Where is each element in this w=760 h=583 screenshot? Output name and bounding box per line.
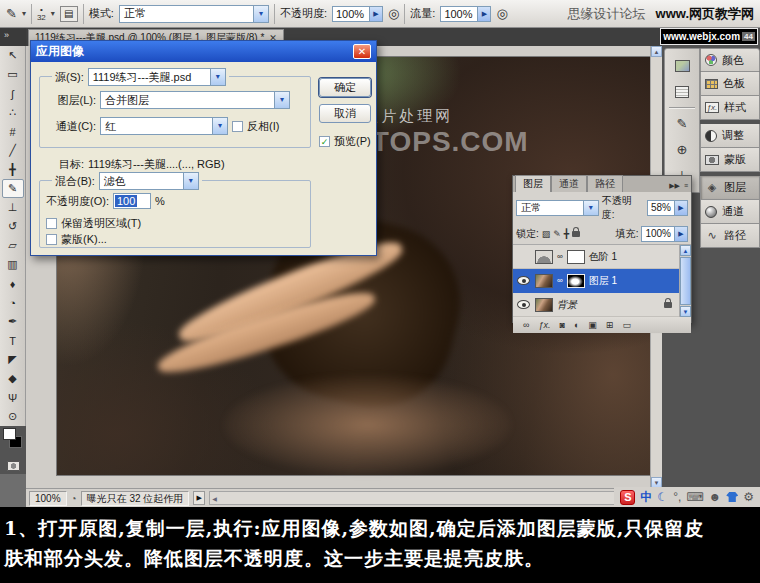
visibility-cell[interactable]: [515, 276, 531, 285]
source-select[interactable]: 1119练习---美腿.psd ▾: [88, 68, 226, 86]
blur-tool[interactable]: ♦: [2, 274, 24, 293]
mask-checkbox[interactable]: [46, 234, 57, 245]
lock-all-icon[interactable]: [572, 231, 580, 237]
preview-checkbox[interactable]: ✓: [319, 136, 330, 147]
opacity-combo[interactable]: 100% ▶: [332, 6, 383, 22]
tool-preset-caret-icon[interactable]: ▾: [22, 9, 26, 18]
invert-checkbox[interactable]: [232, 121, 243, 132]
panel-button-styles[interactable]: ƒx. 样式: [700, 96, 760, 120]
layer-name[interactable]: 背景: [557, 298, 577, 312]
zoom-tool[interactable]: ⊙: [2, 407, 24, 426]
settings-wrench-icon[interactable]: ⚙: [743, 490, 754, 504]
quick-mask-button[interactable]: [0, 458, 26, 474]
mode-select[interactable]: 正常 ▾: [119, 5, 269, 23]
layer-row-levels[interactable]: ∞ 色阶 1: [513, 245, 680, 269]
dodge-tool[interactable]: ◔: [2, 293, 24, 312]
chevron-down-icon[interactable]: ▾: [210, 69, 225, 85]
status-menu-button[interactable]: ▶: [193, 491, 205, 505]
layer-row-background[interactable]: 背景: [513, 293, 680, 317]
scroll-up-icon[interactable]: ▲: [651, 46, 662, 57]
fill-combo[interactable]: 100% ▶: [641, 226, 688, 242]
chinese-mode-icon[interactable]: 中: [640, 489, 652, 506]
panel-button-masks[interactable]: 蒙版: [700, 148, 760, 172]
clone-source-panel-icon[interactable]: ⊕: [665, 136, 699, 162]
crop-tool[interactable]: #: [2, 122, 24, 141]
dialog-opacity-input[interactable]: 100: [113, 193, 151, 209]
chevron-down-icon[interactable]: ▾: [583, 201, 598, 215]
layer-thumbnail[interactable]: [535, 274, 553, 288]
toggle-brushes-panel-button[interactable]: ▤: [60, 6, 78, 22]
spinner-icon[interactable]: ▶: [675, 226, 688, 242]
spinner-icon[interactable]: ▶: [370, 6, 383, 22]
ok-button[interactable]: 确定: [319, 78, 371, 97]
panel-menu-icon[interactable]: ≡: [684, 182, 688, 190]
layer-opacity-combo[interactable]: 58% ▶: [647, 200, 688, 216]
scroll-left-icon[interactable]: ◀: [212, 495, 217, 502]
panel-button-color[interactable]: 颜色: [700, 48, 760, 72]
punctuation-icon[interactable]: °,: [673, 490, 681, 504]
lock-paint-icon[interactable]: ✎: [553, 229, 561, 239]
chevron-down-icon[interactable]: ▾: [253, 6, 268, 22]
channel-select[interactable]: 红 ▾: [100, 117, 228, 135]
tab-channels[interactable]: 通道: [551, 175, 587, 192]
panel-button-paths[interactable]: ∿ 路径: [700, 224, 760, 248]
layer-name[interactable]: 图层 1: [589, 274, 617, 288]
brush-preset-picker[interactable]: • 32: [37, 6, 46, 22]
toolbar-collapse-button[interactable]: »: [0, 28, 26, 46]
scrollbar-thumb[interactable]: [680, 257, 691, 305]
pen-tool[interactable]: ✒: [2, 312, 24, 331]
lock-position-icon[interactable]: ╋: [564, 229, 569, 239]
hand-tool[interactable]: Ψ: [2, 388, 24, 407]
history-brush-tool[interactable]: ↺: [2, 217, 24, 236]
tab-layers[interactable]: 图层: [515, 175, 551, 192]
path-selection-tool[interactable]: ◤: [2, 350, 24, 369]
canvas-horizontal-scrollbar[interactable]: ◀: [209, 491, 659, 505]
soft-keyboard-icon[interactable]: ⌨: [686, 490, 703, 504]
preserve-transparency-checkbox[interactable]: [46, 218, 57, 229]
spinner-icon[interactable]: ▶: [675, 200, 688, 216]
brush-presets-panel-icon[interactable]: ✎: [665, 110, 699, 136]
panel-collapse-icon[interactable]: ▶▶: [669, 182, 680, 190]
delete-layer-icon[interactable]: ▭: [622, 320, 631, 330]
sogou-icon[interactable]: S: [620, 490, 635, 505]
lasso-tool[interactable]: ʃ: [2, 84, 24, 103]
layer-select[interactable]: 合并图层 ▾: [100, 91, 290, 109]
eraser-tool[interactable]: ▱: [2, 236, 24, 255]
move-tool[interactable]: ↖: [2, 46, 24, 65]
chevron-down-icon[interactable]: ▾: [274, 92, 289, 108]
layer-row-layer1[interactable]: ∞ 图层 1: [513, 269, 680, 293]
add-mask-icon[interactable]: ◙: [559, 320, 564, 330]
layers-scrollbar[interactable]: ▲ ▼: [679, 245, 691, 317]
adjustment-layer-icon[interactable]: ◐: [574, 320, 579, 330]
spinner-icon[interactable]: ▶: [478, 6, 491, 22]
skin-icon[interactable]: [726, 492, 738, 502]
type-tool[interactable]: T: [2, 331, 24, 350]
flow-combo[interactable]: 100% ▶: [440, 6, 491, 22]
chevron-down-icon[interactable]: ▾: [212, 118, 227, 134]
layer-thumbnail[interactable]: [535, 298, 553, 312]
custom-shape-tool[interactable]: ◆: [2, 369, 24, 388]
history-panel-icon[interactable]: [665, 79, 699, 105]
scroll-down-icon[interactable]: ▼: [680, 306, 691, 317]
airbrush-mode-icon[interactable]: ◎: [496, 6, 507, 21]
clone-stamp-tool[interactable]: ⊥: [2, 198, 24, 217]
scroll-up-icon[interactable]: ▲: [680, 245, 691, 256]
panel-button-adjustments[interactable]: 调整: [700, 124, 760, 148]
eyedropper-tool[interactable]: ╱: [2, 141, 24, 160]
fullwidth-moon-icon[interactable]: ☾: [657, 490, 668, 504]
user-icon[interactable]: ☻: [709, 490, 722, 504]
brush-preset-caret-icon[interactable]: ▾: [51, 9, 55, 18]
spot-healing-tool[interactable]: ╋: [2, 160, 24, 179]
dialog-close-button[interactable]: ✕: [353, 44, 371, 59]
eye-icon[interactable]: [517, 276, 530, 285]
brush-tool[interactable]: ✎: [2, 179, 24, 198]
panel-button-swatches[interactable]: 色板: [700, 72, 760, 96]
lock-transparency-icon[interactable]: ▨: [542, 229, 551, 239]
quick-selection-tool[interactable]: ∴: [2, 103, 24, 122]
adjustment-thumbnail[interactable]: [535, 250, 553, 264]
panel-button-layers[interactable]: ◈ 图层: [700, 176, 760, 200]
chevron-down-icon[interactable]: ▾: [183, 173, 198, 189]
visibility-cell[interactable]: [515, 300, 531, 309]
layer-mask-thumbnail[interactable]: [567, 274, 585, 288]
gradient-tool[interactable]: ▥: [2, 255, 24, 274]
